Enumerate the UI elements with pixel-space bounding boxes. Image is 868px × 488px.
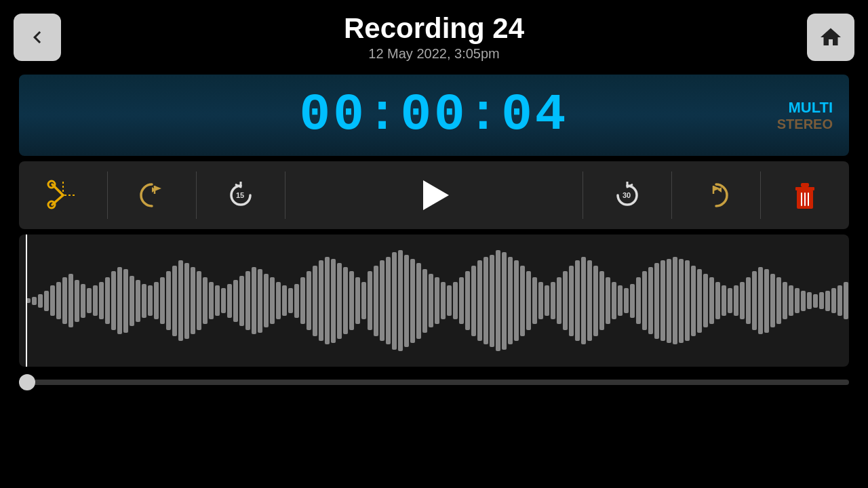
wave-bar bbox=[349, 271, 354, 330]
progress-section[interactable] bbox=[19, 372, 849, 392]
wave-bar bbox=[386, 257, 391, 344]
wave-bar bbox=[160, 277, 165, 324]
scissors-button[interactable] bbox=[19, 165, 107, 226]
wave-bar bbox=[709, 277, 714, 324]
wave-bar bbox=[465, 271, 470, 330]
waveform-canvas bbox=[19, 235, 849, 367]
wave-bar bbox=[197, 271, 201, 330]
wave-bar bbox=[398, 250, 403, 351]
wave-bar bbox=[368, 271, 372, 330]
wave-bar bbox=[831, 288, 836, 313]
wave-bar bbox=[99, 282, 104, 319]
wave-bar bbox=[203, 277, 208, 324]
wave-bar bbox=[575, 260, 580, 341]
wave-bar bbox=[44, 291, 49, 311]
header: Recording 24 12 May 2022, 3:05pm bbox=[0, 0, 868, 75]
rewind-flag-icon bbox=[136, 179, 168, 211]
wave-bar bbox=[221, 288, 226, 313]
wave-bar bbox=[227, 284, 232, 318]
progress-thumb[interactable] bbox=[19, 374, 35, 390]
wave-bar bbox=[825, 291, 830, 311]
forward-30-button[interactable]: 30 bbox=[583, 165, 671, 226]
wave-bar bbox=[288, 288, 293, 313]
wave-bar bbox=[459, 277, 464, 324]
wave-bar bbox=[728, 288, 732, 313]
rewind-flag-button[interactable] bbox=[108, 165, 196, 226]
wave-bar bbox=[770, 274, 775, 327]
forward-flag-button[interactable] bbox=[672, 165, 760, 226]
wave-bar bbox=[819, 292, 824, 309]
svg-text:30: 30 bbox=[623, 191, 631, 199]
wave-bar bbox=[105, 277, 110, 324]
wave-bar bbox=[679, 259, 684, 343]
wave-bar bbox=[136, 280, 140, 322]
recording-title: Recording 24 bbox=[61, 13, 807, 44]
svg-marker-7 bbox=[155, 186, 161, 191]
stereo-label: STEREO bbox=[777, 117, 833, 132]
wave-bar bbox=[87, 288, 92, 313]
play-button-wrap bbox=[285, 165, 583, 226]
svg-rect-13 bbox=[795, 187, 814, 190]
wave-bar bbox=[313, 266, 317, 336]
wave-bar bbox=[319, 260, 323, 341]
wave-bar bbox=[752, 271, 757, 330]
wave-bar bbox=[795, 288, 800, 313]
wave-bar bbox=[154, 282, 159, 319]
wave-bar bbox=[337, 263, 342, 339]
progress-track[interactable] bbox=[19, 380, 849, 385]
wave-bar bbox=[93, 285, 98, 316]
play-button[interactable] bbox=[373, 165, 495, 226]
recording-date: 12 May 2022, 3:05pm bbox=[61, 46, 807, 62]
delete-button[interactable] bbox=[761, 165, 849, 226]
delete-icon bbox=[789, 179, 821, 211]
wave-bar bbox=[435, 277, 439, 324]
wave-bar bbox=[233, 280, 238, 322]
wave-bar bbox=[361, 282, 366, 319]
wave-bar bbox=[50, 285, 55, 316]
wave-bar bbox=[538, 282, 543, 319]
wave-bar bbox=[56, 282, 61, 319]
wave-bar bbox=[453, 282, 458, 319]
controls-bar: 15 30 bbox=[19, 161, 849, 229]
wave-bar bbox=[32, 297, 37, 305]
waveform-section[interactable] bbox=[19, 235, 849, 367]
wave-bar bbox=[148, 285, 153, 316]
wave-bar bbox=[178, 260, 183, 341]
wave-bar bbox=[551, 282, 555, 319]
forward-flag-icon bbox=[700, 179, 732, 211]
wave-bar bbox=[648, 267, 653, 334]
wave-bar bbox=[599, 271, 604, 330]
wave-bar bbox=[587, 260, 592, 341]
back-button[interactable] bbox=[14, 14, 61, 61]
wave-bar bbox=[239, 276, 244, 326]
wave-bar bbox=[325, 257, 330, 344]
wave-bar bbox=[142, 284, 146, 318]
wave-bar bbox=[355, 277, 360, 324]
wave-bar bbox=[191, 267, 195, 334]
timer-section: 00:00:04 MULTI STEREO bbox=[19, 75, 849, 156]
wave-bar bbox=[581, 257, 586, 344]
wave-bar bbox=[569, 266, 574, 336]
wave-bar bbox=[307, 271, 311, 330]
wave-bar bbox=[514, 260, 519, 341]
wave-bar bbox=[734, 285, 738, 316]
wave-bar bbox=[68, 274, 73, 327]
wave-bar bbox=[667, 259, 671, 343]
wave-bar bbox=[484, 257, 488, 344]
wave-bar bbox=[429, 274, 433, 327]
wave-bar bbox=[490, 255, 494, 347]
wave-bar bbox=[380, 260, 384, 341]
scissors-icon bbox=[47, 179, 79, 211]
wave-bar bbox=[111, 271, 116, 330]
home-icon bbox=[818, 25, 843, 49]
wave-bar bbox=[276, 282, 281, 319]
home-button[interactable] bbox=[807, 14, 854, 61]
wave-bar bbox=[300, 277, 305, 324]
wave-bar bbox=[593, 266, 598, 336]
wave-bar bbox=[776, 277, 781, 324]
wave-bar bbox=[813, 294, 818, 308]
wave-bar bbox=[416, 263, 421, 339]
chevron-left-icon bbox=[25, 25, 50, 49]
wave-bar bbox=[209, 282, 214, 319]
rewind-15-button[interactable]: 15 bbox=[197, 165, 285, 226]
